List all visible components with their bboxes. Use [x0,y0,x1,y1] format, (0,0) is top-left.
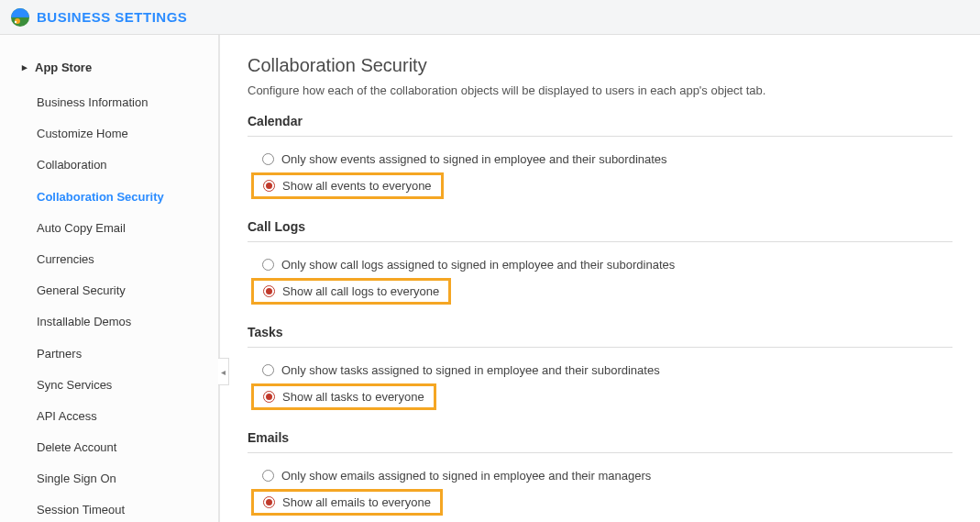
app-title: BUSINESS SETTINGS [37,9,187,25]
radio-label: Show all emails to everyone [282,495,431,509]
sidebar-item-collaboration-security[interactable]: Collaboration Security [0,182,218,213]
sidebar-item-label: Delete Account [37,440,116,454]
radio-label: Only show call logs assigned to signed i… [281,258,675,272]
radio-label: Show all events to everyone [282,179,432,193]
section-emails: EmailsOnly show emails assigned to signe… [248,425,952,521]
sidebar: ▸ App Store Business InformationCustomiz… [0,35,220,522]
section-calendar: CalendarOnly show events assigned to sig… [248,108,952,205]
radio-label: Only show emails assigned to signed in e… [281,469,651,483]
sidebar-item-label: Business Information [37,95,148,109]
radio-input[interactable] [262,259,274,271]
sidebar-collapse-handle[interactable]: ◂ [218,358,229,385]
sidebar-item-label: API Access [37,409,97,423]
radio-label: Only show tasks assigned to signed in em… [281,363,660,377]
sidebar-item-label: Collaboration Security [37,190,164,204]
page-description: Configure how each of the collaboration … [248,83,952,97]
section-tasks: TasksOnly show tasks assigned to signed … [248,319,952,416]
sidebar-item-label: Collaboration [37,158,107,172]
sidebar-item-collaboration[interactable]: Collaboration [0,150,218,181]
radio-option[interactable]: Show all events to everyone [251,172,444,199]
sidebar-item-business-information[interactable]: Business Information [0,87,218,118]
sidebar-item-label: Session Timeout [37,503,125,516]
chevron-left-icon: ◂ [221,367,226,377]
radio-input[interactable] [262,364,274,376]
section-header: Tasks [248,319,952,348]
radio-label: Show all call logs to everyone [282,284,439,298]
sidebar-item-label: Single Sign On [37,472,116,485]
options-block: Only show call logs assigned to signed i… [248,255,952,310]
sidebar-item-installable-demos[interactable]: Installable Demos [0,306,218,338]
options-block: Only show events assigned to signed in e… [248,150,952,205]
radio-input[interactable] [263,285,275,297]
sidebar-item-currencies[interactable]: Currencies [0,244,218,275]
sidebar-item-label: Customize Home [37,127,128,140]
radio-input[interactable] [262,153,274,165]
radio-input[interactable] [262,470,274,482]
sidebar-item-delete-account[interactable]: Delete Account [0,432,218,463]
sidebar-section-app-store[interactable]: ▸ App Store [0,53,218,87]
section-header: Call Logs [248,214,952,242]
sidebar-item-sync-services[interactable]: Sync Services [0,370,218,401]
radio-option[interactable]: Show all call logs to everyone [251,278,451,305]
sidebar-item-single-sign-on[interactable]: Single Sign On [0,463,218,494]
radio-option[interactable]: Only show tasks assigned to signed in em… [248,361,952,380]
radio-option[interactable]: Only show events assigned to signed in e… [248,150,952,169]
sidebar-item-auto-copy-email[interactable]: Auto Copy Email [0,213,218,244]
options-block: Only show emails assigned to signed in e… [248,466,952,521]
radio-label: Show all tasks to everyone [282,390,424,404]
page-title: Collaboration Security [248,55,952,76]
sidebar-item-label: Currencies [37,252,94,266]
sidebar-item-customize-home[interactable]: Customize Home [0,118,218,150]
radio-option[interactable]: Show all emails to everyone [251,489,443,516]
options-block: Only show tasks assigned to signed in em… [248,361,952,416]
section-header: Emails [248,425,952,453]
sidebar-item-api-access[interactable]: API Access [0,401,218,432]
sidebar-item-label: Partners [37,347,82,361]
radio-option[interactable]: Only show call logs assigned to signed i… [248,255,952,274]
sidebar-item-session-timeout[interactable]: Session Timeout [0,494,218,522]
section-call-logs: Call LogsOnly show call logs assigned to… [248,214,952,310]
radio-option[interactable]: Only show emails assigned to signed in e… [248,466,952,485]
content-area: Collaboration Security Configure how eac… [220,35,980,522]
radio-label: Only show events assigned to signed in e… [281,152,667,166]
radio-option[interactable]: Show all tasks to everyone [251,383,436,410]
svg-point-3 [15,20,17,22]
sidebar-item-general-security[interactable]: General Security [0,275,218,306]
sidebar-item-partners[interactable]: Partners [0,339,218,370]
radio-input[interactable] [263,391,275,403]
sidebar-item-label: Installable Demos [37,315,131,328]
app-logo-icon [11,8,29,27]
sidebar-section-label: App Store [35,61,92,74]
section-header: Calendar [248,108,952,137]
topbar: BUSINESS SETTINGS [0,0,980,35]
radio-input[interactable] [263,496,275,508]
sidebar-item-label: General Security [37,283,126,297]
sidebar-item-label: Sync Services [37,378,112,392]
sidebar-item-label: Auto Copy Email [37,221,126,235]
radio-input[interactable] [263,180,275,192]
caret-right-icon: ▸ [22,61,28,73]
